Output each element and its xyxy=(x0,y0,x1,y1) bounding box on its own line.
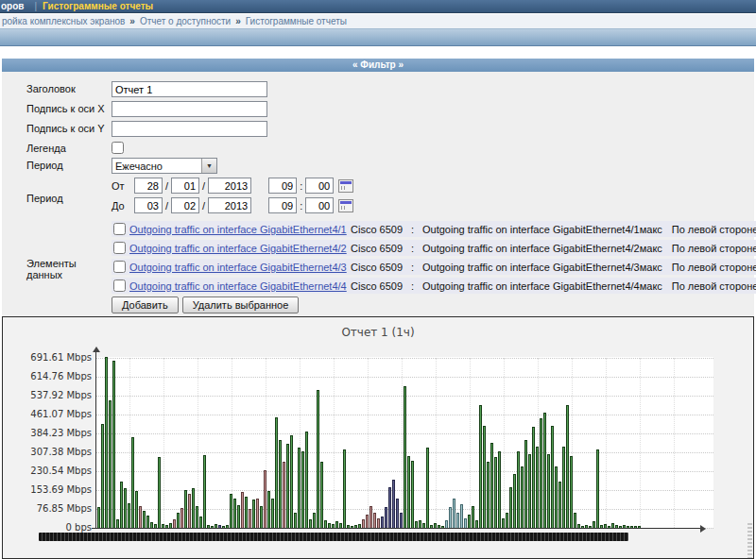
to-day-input[interactable] xyxy=(134,197,163,213)
bar xyxy=(290,435,293,528)
item-link[interactable]: Outgoing traffic on interface GigabitEth… xyxy=(129,224,351,235)
breadcrumb-item[interactable]: Отчет о доступности xyxy=(138,16,232,26)
menu-item-partial[interactable]: оров xyxy=(0,1,28,11)
from-day-input[interactable] xyxy=(134,178,163,194)
bar xyxy=(128,503,130,528)
item-checkbox[interactable] xyxy=(113,223,126,235)
bar xyxy=(600,525,603,528)
item-axis-side: По левой стороне xyxy=(672,262,756,273)
time-separator: : xyxy=(299,200,303,212)
bar xyxy=(313,513,316,528)
from-minute-input[interactable] xyxy=(305,178,334,194)
item-link[interactable]: Outgoing traffic on interface GigabitEth… xyxy=(129,243,351,254)
legend-checkbox[interactable] xyxy=(112,142,124,154)
bar xyxy=(298,448,301,528)
filter-body: Заголовок Подпись к оси X Подпись к оси … xyxy=(2,72,754,323)
add-item-button[interactable]: Добавить xyxy=(112,296,179,313)
bar xyxy=(146,516,149,528)
bar xyxy=(165,525,168,528)
bar xyxy=(362,519,365,528)
period-granularity-row: Период Ежечасно ▼ xyxy=(26,158,754,174)
bar xyxy=(502,518,505,528)
bar xyxy=(230,494,232,528)
data-item-row: Outgoing traffic on interface GigabitEth… xyxy=(112,221,756,237)
y-axis-line xyxy=(95,351,96,529)
bar xyxy=(218,525,221,528)
from-month-input[interactable] xyxy=(171,178,199,194)
xaxis-input[interactable] xyxy=(112,101,267,117)
y-tick-label: 614.76 Mbps xyxy=(5,371,92,381)
item-description: Outgoing traffic on interface GigabitEth… xyxy=(422,262,640,273)
menu-item-histogram-reports[interactable]: Гистограммные отчеты xyxy=(43,1,153,11)
calendar-icon[interactable] xyxy=(338,199,353,212)
bar xyxy=(339,523,342,528)
title-row: Заголовок xyxy=(26,81,754,97)
chevron-down-icon[interactable]: ▼ xyxy=(201,159,216,173)
item-link[interactable]: Outgoing traffic on interface GigabitEth… xyxy=(129,262,351,273)
bar xyxy=(479,405,482,528)
bar xyxy=(169,523,172,528)
to-year-input[interactable] xyxy=(208,197,251,213)
y-tick-label: 0 bps xyxy=(5,522,92,533)
to-month-input[interactable] xyxy=(171,197,199,213)
bar xyxy=(271,499,274,528)
bar xyxy=(320,462,323,528)
x-axis-line xyxy=(92,528,702,529)
gridline-v xyxy=(674,358,675,528)
bar xyxy=(283,462,285,528)
calendar-icon[interactable] xyxy=(338,179,353,193)
bar xyxy=(177,513,180,528)
bar xyxy=(407,456,410,528)
breadcrumb-separator: » xyxy=(232,16,244,26)
bar xyxy=(109,400,112,528)
period-select[interactable]: Ежечасно ▼ xyxy=(112,158,217,174)
bar xyxy=(422,523,425,528)
from-label: От xyxy=(112,180,132,192)
y-axis-arrow-icon xyxy=(93,347,100,352)
bar xyxy=(286,444,289,528)
bar xyxy=(528,454,531,528)
item-function: макс xyxy=(640,262,672,273)
bar xyxy=(279,440,282,528)
item-checkbox[interactable] xyxy=(113,280,126,292)
bar xyxy=(494,457,497,528)
yaxis-input[interactable] xyxy=(112,121,267,137)
bar xyxy=(434,523,437,528)
bar xyxy=(143,511,146,528)
date-separator: / xyxy=(201,180,206,192)
bar xyxy=(131,437,134,528)
breadcrumb-item[interactable]: Гистограммные отчеты xyxy=(244,16,349,26)
bar xyxy=(475,520,478,528)
bar xyxy=(328,523,331,528)
item-checkbox[interactable] xyxy=(113,261,126,273)
period-select-value: Ежечасно xyxy=(112,161,201,172)
title-input[interactable] xyxy=(112,81,267,97)
y-tick-label: 153.69 Mbps xyxy=(5,484,92,495)
delete-selected-button[interactable]: Удалить выбранное xyxy=(182,296,300,313)
bar xyxy=(627,526,629,528)
bar xyxy=(317,390,319,528)
to-hour-input[interactable] xyxy=(268,197,297,213)
from-year-input[interactable] xyxy=(208,178,251,194)
bar xyxy=(199,517,202,528)
breadcrumb-item[interactable]: ройка комплексных экранов xyxy=(0,16,127,26)
legend-row: Легенда xyxy=(26,141,754,154)
bar xyxy=(543,413,546,528)
bar xyxy=(332,524,335,528)
bar xyxy=(498,451,501,528)
from-hour-input[interactable] xyxy=(268,178,297,194)
bar xyxy=(154,524,157,528)
filter-header[interactable]: « Фильтр » xyxy=(2,59,754,72)
bar xyxy=(419,520,421,528)
bar xyxy=(97,507,100,528)
date-from-row: От / / : xyxy=(112,178,353,194)
bar xyxy=(184,490,187,528)
bar xyxy=(392,480,395,528)
bar xyxy=(449,507,452,528)
item-link[interactable]: Outgoing traffic on interface GigabitEth… xyxy=(129,280,351,292)
bar xyxy=(162,524,164,528)
item-function: макс xyxy=(640,224,672,235)
bar xyxy=(120,482,123,528)
item-checkbox[interactable] xyxy=(113,242,126,254)
to-minute-input[interactable] xyxy=(305,197,334,213)
